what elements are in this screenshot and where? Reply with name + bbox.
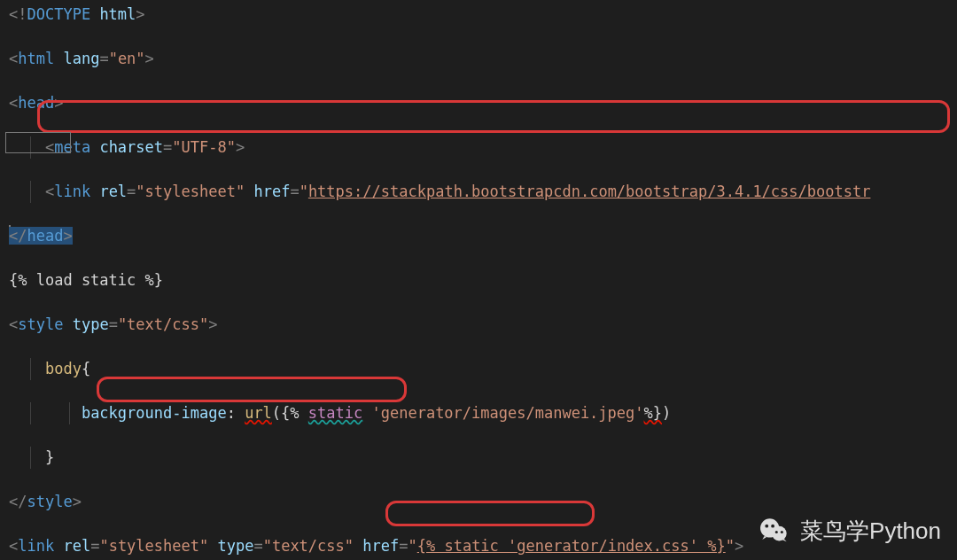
svg-point-2 [765,525,768,528]
svg-point-1 [772,526,787,541]
svg-point-4 [775,531,778,533]
code-line: <style type="text/css"> [4,314,953,336]
selection-box [9,225,11,227]
watermark: 菜鸟学Python [758,514,941,548]
selection-outline [5,132,71,153]
code-editor[interactable]: <!DOCTYPE html> <html lang="en"> <head> … [4,4,953,560]
svg-point-5 [781,531,783,533]
code-line: <!DOCTYPE html> [4,4,953,26]
wechat-icon [758,514,791,548]
code-line: <head> [4,92,953,114]
code-line: <html lang="en"> [4,48,953,70]
svg-point-3 [771,525,774,528]
watermark-text: 菜鸟学Python [800,520,941,542]
code-line: {% load static %} [4,269,953,292]
code-line: </style> [4,491,953,513]
